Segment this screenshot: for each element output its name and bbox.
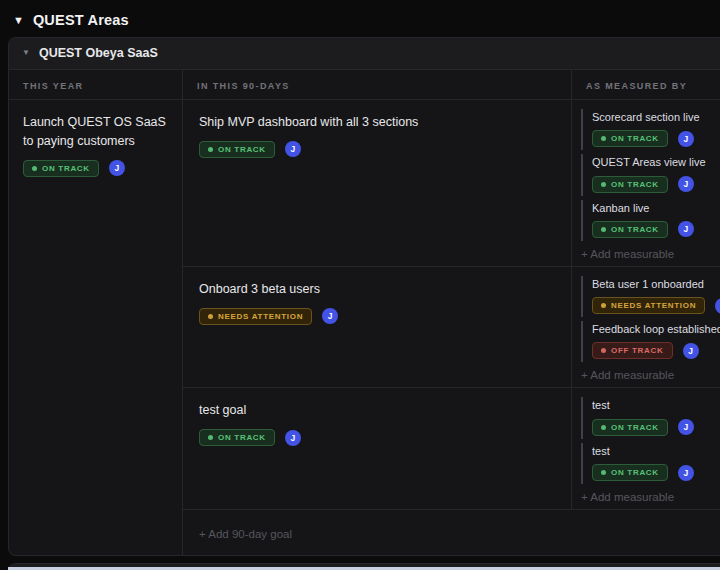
status-badge[interactable]: NEEDS ATTENTION <box>592 297 705 314</box>
status-badge-label: ON TRACK <box>218 433 266 442</box>
ninety-day-goal-text: Ship MVP dashboard with all 3 sections <box>199 113 555 132</box>
status-badge[interactable]: ON TRACK <box>23 160 99 177</box>
measurable-item: Scorecard section live ON TRACK J <box>581 109 720 150</box>
avatar[interactable]: J <box>322 308 338 324</box>
avatar[interactable]: J <box>678 465 694 481</box>
measurable-title: Scorecard section live <box>592 110 720 124</box>
status-badge[interactable]: ON TRACK <box>592 176 668 193</box>
measurable-item: Kanban live ON TRACK J <box>581 200 720 241</box>
avatar[interactable]: J <box>285 430 301 446</box>
status-dot-icon <box>601 470 606 475</box>
add-measurable-button[interactable]: + Add measurable <box>581 369 720 381</box>
quest-areas-section-header[interactable]: ▼ QUEST Areas <box>0 0 720 37</box>
status-badge[interactable]: ON TRACK <box>199 429 275 446</box>
area-grid: THIS YEAR IN THIS 90-DAYS AS MEASURED BY… <box>9 70 720 555</box>
status-badge[interactable]: OFF TRACK <box>592 342 673 359</box>
measurables-cell: Scorecard section live ON TRACK J QUEST … <box>572 100 720 267</box>
avatar[interactable]: J <box>715 298 720 314</box>
collapse-triangle-icon[interactable]: ▼ <box>22 49 30 57</box>
avatar[interactable]: J <box>683 343 699 359</box>
status-dot-icon <box>601 227 606 232</box>
measurable-title: Kanban live <box>592 201 720 215</box>
status-badge-label: ON TRACK <box>611 225 659 234</box>
measurable-item: test ON TRACK J <box>581 443 720 484</box>
year-goal-cell: Launch QUEST OS SaaS to paying customers… <box>9 100 183 555</box>
column-header-90-days: IN THIS 90-DAYS <box>183 70 572 100</box>
measurable-item: QUEST Areas view live ON TRACK J <box>581 154 720 195</box>
status-badge-label: ON TRACK <box>42 164 90 173</box>
status-badge-label: ON TRACK <box>611 134 659 143</box>
status-dot-icon <box>601 303 606 308</box>
page-title: QUEST Areas <box>33 12 129 28</box>
measurable-item: Feedback loop established OFF TRACK J <box>581 321 720 362</box>
avatar[interactable]: J <box>678 419 694 435</box>
measurables-cell: Beta user 1 onboarded NEEDS ATTENTION J … <box>572 267 720 389</box>
measurable-item: test ON TRACK J <box>581 397 720 438</box>
column-header-this-year: THIS YEAR <box>9 70 183 100</box>
status-badge[interactable]: ON TRACK <box>592 221 668 238</box>
add-measurable-button[interactable]: + Add measurable <box>581 248 720 260</box>
ninety-day-goal-cell: Ship MVP dashboard with all 3 sections O… <box>183 100 572 267</box>
area-card-header[interactable]: ▼ QUEST Obeya SaaS <box>9 38 720 70</box>
status-badge-label: ON TRACK <box>611 468 659 477</box>
status-dot-icon <box>601 136 606 141</box>
ninety-day-goal-text: Onboard 3 beta users <box>199 280 555 299</box>
add-measurable-button[interactable]: + Add measurable <box>581 491 720 503</box>
add-90-day-goal-button[interactable]: + Add 90-day goal <box>199 528 292 540</box>
status-badge-label: ON TRACK <box>218 145 266 154</box>
measurable-title: Feedback loop established <box>592 322 720 336</box>
ninety-day-goal-cell: Onboard 3 beta users NEEDS ATTENTION J <box>183 267 572 389</box>
status-badge[interactable]: ON TRACK <box>592 130 668 147</box>
status-dot-icon <box>601 425 606 430</box>
status-badge-label: NEEDS ATTENTION <box>611 301 696 310</box>
status-badge-label: OFF TRACK <box>611 346 664 355</box>
year-goal-text: Launch QUEST OS SaaS to paying customers <box>23 113 168 151</box>
collapse-triangle-icon[interactable]: ▼ <box>13 15 24 26</box>
ninety-day-goal-text: test goal <box>199 401 555 420</box>
avatar[interactable]: J <box>678 221 694 237</box>
area-card-quest-obeya-saas: ▼ QUEST Obeya SaaS THIS YEAR IN THIS 90-… <box>8 37 720 556</box>
ninety-day-goal-cell: test goal ON TRACK J <box>183 388 572 510</box>
avatar[interactable]: J <box>678 176 694 192</box>
status-badge[interactable]: NEEDS ATTENTION <box>199 308 312 325</box>
avatar[interactable]: J <box>109 160 125 176</box>
status-badge-label: ON TRACK <box>611 423 659 432</box>
status-dot-icon <box>208 147 213 152</box>
status-dot-icon <box>208 314 213 319</box>
status-badge[interactable]: ON TRACK <box>592 419 668 436</box>
status-dot-icon <box>32 166 37 171</box>
measurables-cell: test ON TRACK J test ON TRACK J + Add me… <box>572 388 720 510</box>
status-dot-icon <box>601 182 606 187</box>
avatar[interactable]: J <box>285 141 301 157</box>
status-dot-icon <box>601 348 606 353</box>
measurable-title: QUEST Areas view live <box>592 155 720 169</box>
add-goal-row: + Add 90-day goal <box>183 510 720 555</box>
measurable-title: test <box>592 444 720 458</box>
status-badge[interactable]: ON TRACK <box>199 141 275 158</box>
status-badge-label: ON TRACK <box>611 180 659 189</box>
status-badge-label: NEEDS ATTENTION <box>218 312 303 321</box>
measurable-title: Beta user 1 onboarded <box>592 277 720 291</box>
measurable-item: Beta user 1 onboarded NEEDS ATTENTION J <box>581 276 720 317</box>
status-badge[interactable]: ON TRACK <box>592 464 668 481</box>
column-header-measured-by: AS MEASURED BY <box>572 70 720 100</box>
avatar[interactable]: J <box>678 131 694 147</box>
area-title: QUEST Obeya SaaS <box>39 46 158 60</box>
status-dot-icon <box>208 435 213 440</box>
measurable-title: test <box>592 398 720 412</box>
